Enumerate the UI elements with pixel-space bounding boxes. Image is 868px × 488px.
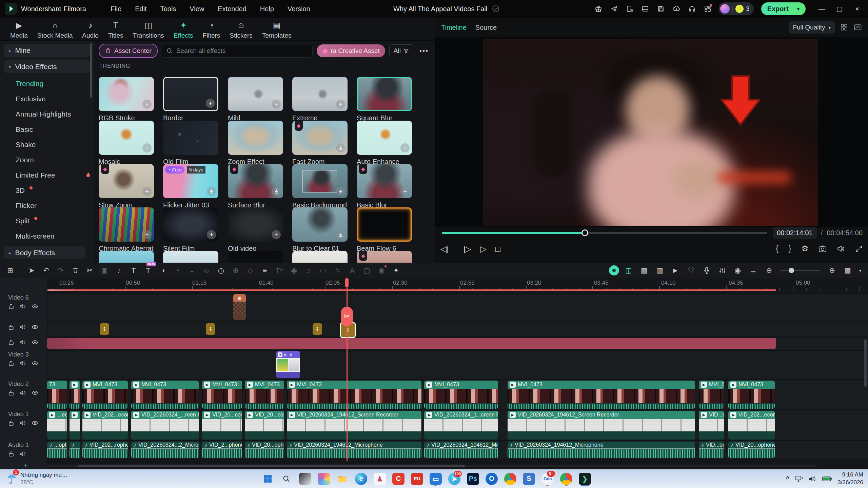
motion-track-icon[interactable]: ✦ [390,265,402,276]
sidebar-item-zoom[interactable]: Zoom [0,152,94,167]
menu-version[interactable]: Version [282,3,316,15]
zoom-out-icon[interactable]: ⊖ [763,265,775,276]
add-effect-button[interactable]: + [336,187,345,196]
playhead-line[interactable] [347,278,348,461]
current-timecode[interactable]: 00:02:14:01 [773,227,817,239]
vertical-scrollbar[interactable] [864,339,867,387]
audio-visual-icon[interactable]: ◉ [288,265,300,276]
video1-clip[interactable]: ▶VID_20...corder [245,411,284,440]
denoise-icon[interactable]: ≈ [332,265,344,276]
effect-thumbnail[interactable]: + [163,207,218,242]
delete-icon[interactable] [69,265,81,276]
effect-mosaic[interactable]: +Mosaic [99,121,154,166]
add-effect-button[interactable]: + [272,100,281,109]
video2-clip[interactable]: ▶MVI_0473 [508,381,695,409]
effect-thumbnail[interactable]: + [163,77,218,111]
effect-thumbnail[interactable]: + [99,121,154,155]
add-effect-button[interactable]: + [142,143,152,152]
add-effect-button[interactable]: + [336,100,345,109]
tab-timeline[interactable]: Timeline [441,24,467,32]
video-frame[interactable] [483,39,818,226]
tab-source[interactable]: Source [475,24,497,32]
effect-thumbnail[interactable]: ◆+ [357,164,412,198]
toolbox-icon[interactable]: ⊞ [4,265,16,276]
play-button[interactable]: ▷ [480,244,487,254]
tab-templates[interactable]: ▤Templates [257,18,296,39]
video1-clip[interactable]: ▶VID_20...corder [202,411,242,440]
menu-help[interactable]: Help [255,3,279,15]
maximize-button[interactable]: ▢ [832,0,847,18]
tab-media[interactable]: ▶Media [5,18,33,39]
export-image-icon[interactable]: ▥ [654,265,666,276]
chrome-icon[interactable]: ● [504,471,517,486]
zoom-in-icon[interactable]: ⊕ [826,265,838,276]
gift-icon[interactable] [592,2,605,15]
video2-clip[interactable]: ▶MVI_0473 [82,381,128,409]
audio-clip[interactable]: ♪VID_20...ophone [245,442,284,458]
portrait-cutout-icon[interactable]: ☺ [200,265,213,276]
effect-surface-blur[interactable]: ◆Surface Blur [228,164,283,209]
pink-game-icon[interactable]: ♟ [373,471,387,486]
video1-clip[interactable]: ▶VID_20260324_1...creen Recorder [424,411,498,440]
eu-app-icon[interactable]: EU [410,471,424,486]
audio-clip[interactable]: ♪VID_20...ophone [728,442,775,458]
tab-stickers[interactable]: ☺Stickers [225,18,257,39]
user-avatar[interactable] [720,4,730,14]
ai-paint-icon[interactable]: ◒ [186,265,198,276]
search-input[interactable]: Search all effects [162,44,313,58]
video1-clip[interactable]: ▶ [70,411,80,440]
menu-edit[interactable]: Edit [130,3,152,15]
edge-icon[interactable]: e [354,471,368,486]
effect-square-blur[interactable]: Square Blur [357,77,412,122]
overlay-color-clip[interactable] [47,338,776,349]
add-effect-button[interactable]: + [272,230,281,239]
text-to-speech-icon[interactable]: Tᴬ [273,265,285,276]
track-manager-icon[interactable]: ▦ [842,265,854,276]
adjust-icon[interactable]: ≡ [259,265,271,276]
quality-dropdown[interactable]: Full Quality ▾ [789,21,835,34]
beat-detect-icon[interactable]: ♪ [113,265,125,276]
menu-file[interactable]: File [105,3,127,15]
sticker-clip-video3[interactable]: ▣y...y [276,351,300,378]
pinned-effect-clip[interactable] [206,323,215,335]
video2-clip[interactable]: ▶MVI_0473 [699,381,724,409]
render-preview-icon[interactable]: ► [669,265,682,276]
effect-thumbnail[interactable] [292,251,348,263]
effect-thumbnail[interactable]: + [292,164,348,198]
effect-beam-flow-6[interactable]: Beam Flow 6 [357,207,412,252]
video1-clip[interactable]: ▶VID_202...ecorder [82,411,128,440]
add-keyframe-icon[interactable]: ⊕ [230,265,242,276]
audio-clip[interactable]: ♪VID...one [699,442,724,458]
select-tool-icon[interactable]: ➤ [25,265,38,276]
zalo-icon[interactable]: Zalo5+ [541,471,554,486]
effect-extreme[interactable]: +Extreme [292,77,348,122]
audio-clip[interactable]: ♪VID_2...phone [202,442,242,458]
download-effect-button[interactable] [336,143,345,152]
promo-plane-icon[interactable] [607,2,621,15]
menu-tools[interactable]: Tools [155,3,182,15]
save-icon[interactable] [654,2,668,15]
preview-settings-button[interactable]: ⚙ [801,244,808,253]
tab-effects[interactable]: ✦Effects [169,18,198,39]
sidebar-group-mine[interactable]: ▸ Mine [4,44,90,57]
pinned-effect-clip[interactable] [313,323,322,335]
effect-basic-blur[interactable]: ◆+Basic Blur [357,164,412,209]
add-title-icon[interactable]: T [127,265,140,276]
add-effect-button[interactable]: + [400,143,410,152]
video2-clip[interactable]: 73 [47,381,67,409]
sidebar-group-body-effects[interactable]: ▸ Body Effects [4,246,85,259]
stop-button[interactable]: □ [495,244,500,254]
effect-thumbnail[interactable] [228,251,283,263]
add-effect-button[interactable]: + [206,99,215,108]
effect-thumbnail[interactable]: ◆ [292,121,348,155]
effect-border[interactable]: +Border [163,77,218,122]
export-caret-icon[interactable]: ▾ [797,6,800,12]
tab-transitions[interactable]: ◫Transitions [128,18,169,39]
effect-thumbnail[interactable]: ◔ Free5 days [163,164,218,198]
file-explorer-icon[interactable] [336,471,349,486]
next-frame-button[interactable]: ▕▷ [460,244,471,254]
effect-rgb-stroke[interactable]: +RGB Stroke [99,77,154,122]
keyframe-icon[interactable]: ◇ [244,265,256,276]
video1-clip[interactable]: ▶...ecorder [47,411,67,440]
playhead-handle[interactable] [345,278,349,287]
